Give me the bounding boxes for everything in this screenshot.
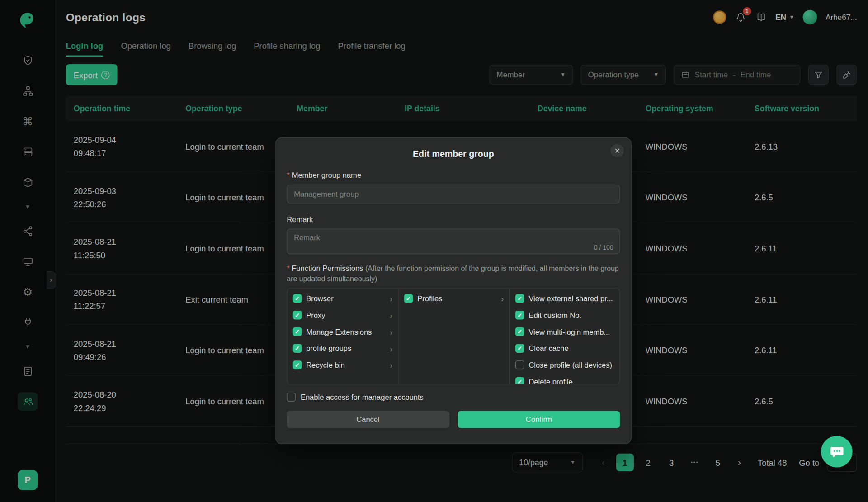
manager-access-row[interactable]: Enable access for manager accounts [287,393,620,402]
checkbox[interactable] [293,294,302,303]
chevron-right-icon: › [501,294,504,303]
permission-item-recycle-bin[interactable]: Recycle bin › [293,359,392,371]
checkbox[interactable] [293,344,302,353]
confirm-button[interactable]: Confirm [458,411,620,428]
permission-item-profiles[interactable]: Profiles › [404,293,504,305]
checkbox[interactable] [287,393,296,402]
chat-support-button[interactable] [821,436,853,468]
checkbox[interactable] [404,294,413,303]
group-name-label: * Member group name [287,171,620,179]
remark-label: Remark [287,215,620,223]
chevron-right-icon: › [390,327,392,336]
chevron-right-icon: › [390,344,392,352]
permission-item-proxy[interactable]: Proxy › [293,309,392,321]
character-counter: 0 / 100 [594,244,613,251]
permissions-column-2: Profiles › [399,289,510,384]
modal-buttons: Cancel Confirm [287,411,620,428]
permission-item-delete-profile[interactable]: Delete profile [515,375,614,384]
chevron-right-icon: › [390,361,392,369]
checkbox[interactable] [515,311,524,320]
app-window: ⌘ ▼ ⚙ ▼ P [0,0,868,502]
checkbox[interactable] [515,344,524,353]
function-permissions-heading: * Function Permissions (After the functi… [287,263,620,284]
permissions-column-3: View external shared pr... Edit custom N… [510,289,619,384]
checkbox[interactable] [515,327,524,336]
chevron-right-icon: › [390,311,392,319]
permission-item-view-external-shared[interactable]: View external shared pr... [515,293,614,305]
permission-item-browser[interactable]: Browser › [293,293,392,305]
checkbox[interactable] [293,360,302,369]
permissions-tree: Browser › Proxy › Manage Extensions › pr… [287,289,620,384]
checkbox[interactable] [293,311,302,320]
required-asterisk: * [287,264,292,272]
group-name-input[interactable] [287,185,620,204]
required-asterisk: * [287,171,289,179]
manager-access-label: Enable access for manager accounts [301,393,424,401]
modal-title: Edit member group [287,149,620,159]
permissions-column-1: Browser › Proxy › Manage Extensions › pr… [288,289,399,384]
permission-item-manage-extensions[interactable]: Manage Extensions › [293,326,392,338]
checkbox[interactable] [515,360,524,369]
chevron-right-icon: › [390,294,392,303]
remark-textarea[interactable] [287,229,620,254]
close-icon[interactable]: ✕ [611,144,624,157]
permission-item-view-multi-login[interactable]: View multi-login memb... [515,326,614,338]
chat-bubble-icon [829,444,844,459]
permission-item-edit-custom-no[interactable]: Edit custom No. [515,309,614,321]
permission-item-close-profile[interactable]: Close profile (all devices) [515,359,614,371]
checkbox[interactable] [515,377,524,384]
cancel-button[interactable]: Cancel [287,411,449,428]
checkbox[interactable] [293,327,302,336]
edit-member-group-modal: Edit member group ✕ * Member group name … [275,137,632,444]
checkbox[interactable] [515,294,524,303]
permission-item-profile-groups[interactable]: profile groups › [293,342,392,355]
permission-item-clear-cache[interactable]: Clear cache [515,342,614,355]
